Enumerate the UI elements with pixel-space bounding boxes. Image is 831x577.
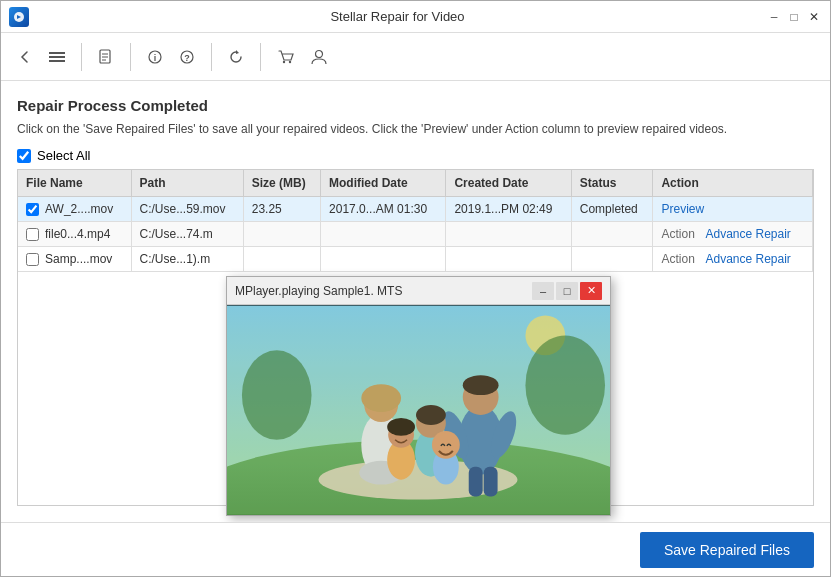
- row-1-modified: 2017.0...AM 01:30: [321, 197, 446, 222]
- row-3-size: [243, 247, 320, 272]
- repair-complete-title: Repair Process Completed: [17, 97, 814, 114]
- app-icon-svg: [12, 10, 26, 24]
- app-icon: [9, 7, 29, 27]
- repair-complete-desc: Click on the 'Save Repaired Files' to sa…: [17, 120, 814, 138]
- main-window: Stellar Repair for Video – □ ✕ i ?: [0, 0, 831, 577]
- file-table: File Name Path Size (MB) Modified Date C…: [18, 170, 813, 272]
- row-2-size: [243, 222, 320, 247]
- cell-filename: AW_2....mov: [18, 197, 131, 222]
- document-button[interactable]: [94, 45, 118, 69]
- help-icon: ?: [179, 49, 195, 65]
- row-2-created: [446, 222, 571, 247]
- select-all-label[interactable]: Select All: [37, 148, 90, 163]
- svg-point-14: [289, 60, 291, 62]
- video-frame-svg: [227, 305, 610, 515]
- row-2-path: C:/Use...74.m: [131, 222, 243, 247]
- table-row: Samp....mov C:/Use...1).m Action Advance…: [18, 247, 813, 272]
- row-1-size: 23.25: [243, 197, 320, 222]
- row-2-filename: file0...4.mp4: [45, 227, 110, 241]
- row-3-checkbox[interactable]: [26, 253, 39, 266]
- checkbox-cell: Samp....mov: [26, 252, 123, 266]
- svg-rect-2: [49, 56, 65, 58]
- row-3-action: Action Advance Repair: [653, 247, 813, 272]
- profile-button[interactable]: [307, 45, 331, 69]
- row-2-action: Action Advance Repair: [653, 222, 813, 247]
- separator-4: [260, 43, 261, 71]
- minimize-button[interactable]: –: [766, 9, 782, 25]
- row-2-action-label: Action: [661, 227, 694, 241]
- col-status: Status: [571, 170, 653, 197]
- help-button[interactable]: ?: [175, 45, 199, 69]
- checkbox-cell: AW_2....mov: [26, 202, 123, 216]
- mplayer-controls: – □ ✕: [532, 282, 602, 300]
- row-1-filename: AW_2....mov: [45, 202, 113, 216]
- preview-link[interactable]: Preview: [661, 202, 704, 216]
- maximize-button[interactable]: □: [786, 9, 802, 25]
- mplayer-popup: MPlayer.playing Sample1. MTS – □ ✕: [226, 276, 611, 516]
- row-3-modified: [321, 247, 446, 272]
- row-1-status: Completed: [571, 197, 653, 222]
- row-2-checkbox[interactable]: [26, 228, 39, 241]
- document-icon: [98, 49, 114, 65]
- separator-2: [130, 43, 131, 71]
- menu-button[interactable]: [45, 45, 69, 69]
- mplayer-close-button[interactable]: ✕: [580, 282, 602, 300]
- svg-marker-12: [236, 50, 239, 54]
- row-1-created: 2019.1...PM 02:49: [446, 197, 571, 222]
- advance-repair-link-2[interactable]: Advance Repair: [705, 227, 790, 241]
- toolbar: i ?: [1, 33, 830, 81]
- mplayer-maximize-button[interactable]: □: [556, 282, 578, 300]
- back-icon: [17, 49, 33, 65]
- refresh-icon: [228, 49, 244, 65]
- col-modified: Modified Date: [321, 170, 446, 197]
- table-row: AW_2....mov C:/Use...59.mov 23.25 2017.0…: [18, 197, 813, 222]
- mplayer-title: MPlayer.playing Sample1. MTS: [235, 284, 402, 298]
- info-button[interactable]: i: [143, 45, 167, 69]
- row-3-action-label: Action: [661, 252, 694, 266]
- row-1-path: C:/Use...59.mov: [131, 197, 243, 222]
- table-header-row: File Name Path Size (MB) Modified Date C…: [18, 170, 813, 197]
- svg-rect-41: [227, 306, 610, 515]
- col-created: Created Date: [446, 170, 571, 197]
- title-bar: Stellar Repair for Video – □ ✕: [1, 1, 830, 33]
- mplayer-minimize-button[interactable]: –: [532, 282, 554, 300]
- row-2-modified: [321, 222, 446, 247]
- window-controls: – □ ✕: [766, 9, 822, 25]
- separator-1: [81, 43, 82, 71]
- row-1-action: Preview: [653, 197, 813, 222]
- cart-button[interactable]: [273, 44, 299, 70]
- svg-text:?: ?: [184, 53, 190, 63]
- mplayer-video-area: [227, 305, 610, 515]
- save-repaired-files-button[interactable]: Save Repaired Files: [640, 532, 814, 568]
- cart-icon: [277, 48, 295, 66]
- checkbox-cell: file0...4.mp4: [26, 227, 123, 241]
- back-button[interactable]: [13, 45, 37, 69]
- table-row: file0...4.mp4 C:/Use...74.m Action Advan…: [18, 222, 813, 247]
- info-icon: i: [147, 49, 163, 65]
- row-3-path: C:/Use...1).m: [131, 247, 243, 272]
- cell-filename: file0...4.mp4: [18, 222, 131, 247]
- row-2-status: [571, 222, 653, 247]
- content-area: Repair Process Completed Click on the 'S…: [1, 81, 830, 522]
- svg-point-13: [283, 60, 285, 62]
- row-1-checkbox[interactable]: [26, 203, 39, 216]
- col-size: Size (MB): [243, 170, 320, 197]
- select-all-row: Select All: [17, 148, 814, 163]
- svg-rect-1: [49, 52, 65, 54]
- bottom-bar: Save Repaired Files: [1, 522, 830, 576]
- select-all-checkbox[interactable]: [17, 149, 31, 163]
- svg-point-15: [316, 50, 323, 57]
- svg-text:i: i: [154, 53, 157, 63]
- col-path: Path: [131, 170, 243, 197]
- col-action: Action: [653, 170, 813, 197]
- refresh-button[interactable]: [224, 45, 248, 69]
- mplayer-titlebar: MPlayer.playing Sample1. MTS – □ ✕: [227, 277, 610, 305]
- advance-repair-link-3[interactable]: Advance Repair: [705, 252, 790, 266]
- row-3-status: [571, 247, 653, 272]
- profile-icon: [311, 49, 327, 65]
- separator-3: [211, 43, 212, 71]
- cell-filename: Samp....mov: [18, 247, 131, 272]
- close-button[interactable]: ✕: [806, 9, 822, 25]
- col-filename: File Name: [18, 170, 131, 197]
- window-title: Stellar Repair for Video: [29, 9, 766, 24]
